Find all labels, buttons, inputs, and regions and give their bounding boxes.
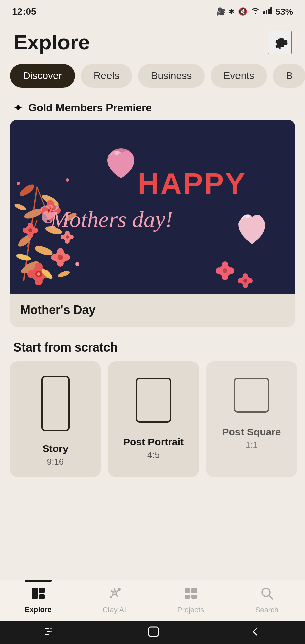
featured-card[interactable]: HAPPY Mothers day! ❦ Mother's Day <box>10 120 295 327</box>
svg-point-68 <box>247 278 253 283</box>
camera-icon: 🎥 <box>216 7 225 16</box>
svg-point-51 <box>75 262 79 266</box>
page-header: Explore <box>0 23 305 61</box>
svg-rect-0 <box>263 11 265 14</box>
svg-rect-91 <box>51 631 52 632</box>
svg-rect-80 <box>185 588 190 593</box>
projects-nav-icon <box>183 587 198 603</box>
tab-events[interactable]: Events <box>211 64 267 88</box>
svg-point-44 <box>61 235 66 239</box>
svg-rect-73 <box>137 378 170 422</box>
svg-point-43 <box>65 239 70 244</box>
status-icons: 🎥 ✱ 🔇 53% <box>216 7 293 17</box>
svg-rect-76 <box>39 588 45 593</box>
story-ratio: 9:16 <box>47 457 64 467</box>
svg-point-21 <box>37 272 40 276</box>
svg-point-23 <box>57 248 64 255</box>
nav-item-projects[interactable]: Projects <box>152 580 229 621</box>
bottom-navigation: Explore Clay AI <box>0 580 305 644</box>
svg-rect-92 <box>149 627 158 636</box>
svg-rect-1 <box>266 10 267 14</box>
post-portrait-label: Post Portrait <box>123 436 184 448</box>
tab-business[interactable]: Business <box>138 64 205 88</box>
svg-point-27 <box>58 255 63 260</box>
settings-button[interactable] <box>268 31 292 54</box>
svg-point-42 <box>69 235 74 239</box>
bluetooth-icon: ✱ <box>229 7 235 16</box>
svg-point-70 <box>238 278 243 283</box>
tab-more[interactable]: B <box>273 64 305 88</box>
search-nav-label: Search <box>255 606 279 614</box>
svg-rect-3 <box>270 7 272 14</box>
svg-rect-89 <box>50 628 51 629</box>
svg-point-71 <box>243 279 247 283</box>
svg-point-52 <box>17 182 20 185</box>
svg-rect-82 <box>185 595 190 599</box>
scratch-card-square[interactable]: Post Square 1:1 <box>206 361 297 477</box>
svg-text:HAPPY: HAPPY <box>138 167 246 200</box>
svg-point-16 <box>35 263 43 271</box>
square-label: Post Square <box>222 426 281 438</box>
featured-image: HAPPY Mothers day! ❦ <box>10 120 295 294</box>
tab-reels[interactable]: Reels <box>81 64 132 88</box>
svg-point-64 <box>216 267 222 274</box>
square-shape-icon <box>230 373 273 418</box>
scratch-cards-row: Story 9:16 Post Portrait 4:5 Post Square… <box>0 361 305 490</box>
nav-item-clay-ai[interactable]: Clay AI <box>76 580 152 621</box>
gear-icon <box>271 34 289 51</box>
svg-point-18 <box>35 277 43 285</box>
status-time: 12:05 <box>12 6 36 17</box>
nav-item-search[interactable]: Search <box>229 580 305 621</box>
system-nav-bar <box>0 621 305 644</box>
nav-items-row: Explore Clay AI <box>0 580 305 621</box>
explore-nav-icon <box>31 587 45 603</box>
svg-point-26 <box>51 254 58 261</box>
home-button[interactable] <box>147 626 160 639</box>
svg-point-32 <box>23 228 28 233</box>
featured-card-label: Mother's Day <box>10 294 295 327</box>
svg-text:Mothers day!: Mothers day! <box>50 207 173 232</box>
svg-rect-83 <box>191 595 197 599</box>
battery-text: 53% <box>275 7 293 17</box>
svg-rect-90 <box>51 628 52 629</box>
scratch-card-story[interactable]: Story 9:16 <box>10 361 101 477</box>
square-ratio: 1:1 <box>246 440 258 450</box>
category-tabs: Discover Reels Business Events B <box>0 61 305 94</box>
svg-point-53 <box>66 178 69 182</box>
projects-nav-label: Projects <box>177 606 204 614</box>
svg-rect-88 <box>45 634 49 635</box>
svg-rect-81 <box>191 588 197 593</box>
svg-point-31 <box>28 233 33 238</box>
back-button[interactable] <box>250 627 260 638</box>
svg-point-62 <box>228 267 234 274</box>
signal-icon <box>263 7 272 16</box>
clay-ai-nav-icon <box>107 587 122 603</box>
svg-point-69 <box>243 283 248 288</box>
post-portrait-ratio: 4:5 <box>147 450 160 460</box>
svg-rect-86 <box>45 628 49 629</box>
story-label: Story <box>43 443 69 454</box>
scratch-section-title: Start from scratch <box>0 330 305 361</box>
gold-section-title: Gold Members Premiere <box>28 102 152 114</box>
gold-star-icon: ✦ <box>13 101 23 114</box>
svg-point-67 <box>243 273 248 279</box>
menu-button[interactable] <box>45 627 57 638</box>
nav-item-explore[interactable]: Explore <box>0 580 76 621</box>
svg-point-33 <box>28 228 32 232</box>
svg-point-45 <box>66 235 69 239</box>
search-nav-icon <box>260 587 274 603</box>
tab-discover[interactable]: Discover <box>10 64 75 88</box>
mute-icon: 🔇 <box>238 7 247 16</box>
post-portrait-shape-icon <box>132 373 175 428</box>
story-shape-icon <box>35 373 76 435</box>
svg-point-61 <box>222 261 228 268</box>
svg-point-29 <box>28 223 33 228</box>
svg-point-19 <box>27 270 35 278</box>
page-title: Explore <box>13 30 90 54</box>
svg-point-24 <box>63 254 70 261</box>
explore-nav-label: Explore <box>25 605 52 614</box>
svg-point-65 <box>223 268 227 273</box>
svg-point-25 <box>57 260 64 267</box>
scratch-card-post-portrait[interactable]: Post Portrait 4:5 <box>108 361 199 477</box>
svg-point-79 <box>110 596 112 598</box>
